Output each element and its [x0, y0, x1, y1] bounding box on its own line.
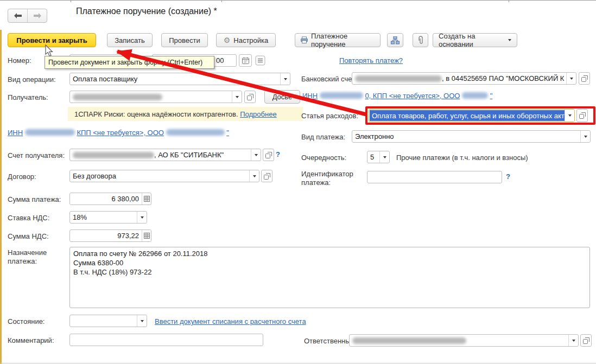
payee-open-button[interactable] [244, 91, 256, 103]
open-window-icon [247, 94, 253, 100]
vat-amount-input[interactable]: 973,22 [69, 229, 151, 242]
purpose-label-line2: платежа: [8, 257, 47, 266]
purpose-label: Назначение платежа: [8, 248, 47, 266]
nav-history-group [8, 9, 47, 23]
spark-risks-banner: 1СПАРК Риски: оценка надёжности контраге… [68, 107, 303, 121]
comment-input[interactable] [69, 334, 263, 346]
triangle-down-icon [236, 96, 239, 98]
payment-id-help[interactable]: ? [506, 173, 510, 181]
attachments-button[interactable] [413, 33, 428, 47]
responsible-combo[interactable] [349, 334, 579, 347]
vat-amount-value: 973,22 [117, 232, 139, 240]
enter-writeoff-link[interactable]: Ввести документ списания с расчетного сч… [155, 317, 306, 325]
write-button[interactable]: Записать [107, 33, 153, 47]
expense-item-label: Статья расходов: [301, 112, 358, 120]
triangle-down-icon [383, 156, 386, 158]
contract-combo[interactable]: Без договора [69, 170, 259, 182]
tab-separator [509, 0, 509, 2]
forward-button[interactable] [28, 9, 47, 22]
payee-account-open-button[interactable] [263, 149, 274, 161]
payee-combo[interactable] [69, 91, 242, 103]
repeat-payment-link[interactable]: Повторять платеж? [339, 56, 403, 65]
priority-dropdown-button[interactable] [379, 151, 389, 163]
post-and-close-label: Провести и закрыть [16, 36, 87, 44]
triangle-down-icon [568, 114, 572, 117]
payee-dropdown-button[interactable] [232, 91, 242, 103]
bank-account-dropdown-button[interactable] [566, 73, 576, 84]
payment-kind-combo[interactable]: Электронно [352, 130, 591, 143]
expense-item-combo[interactable]: Оплата товаров, работ, услуг, сырья и ин… [369, 109, 575, 122]
report-structure-button[interactable] [387, 33, 403, 47]
payee-value-redacted [73, 94, 162, 100]
arrow-right-icon [34, 13, 41, 18]
bank-account-visible: , в 044525659 ПАО "МОСКОВСКИЙ К [442, 74, 564, 82]
priority-label: Очередность: [301, 154, 346, 162]
payment-amount-input[interactable]: 6 380,00 [69, 193, 151, 205]
payment-id-label-line2: платежа: [301, 178, 353, 187]
payment-id-input[interactable] [367, 171, 502, 183]
calculator-icon [144, 196, 150, 202]
triangle-down-icon [284, 78, 287, 80]
payment-amount-label: Сумма платежа: [8, 195, 61, 203]
spark-more-link[interactable]: Подробнее [240, 110, 276, 118]
state-label: Состояние: [8, 317, 45, 325]
payee-account-combo[interactable]: , АО КБ "СИТИБАНК" [69, 149, 261, 161]
priority-combo[interactable]: 5 [367, 151, 390, 163]
operation-kind-combo[interactable]: Оплата поставщику [69, 73, 290, 85]
responsible-open-button[interactable] [580, 334, 592, 347]
vat-rate-value: 18% [73, 213, 87, 221]
settings-button[interactable]: ⚙ Настройка [216, 33, 276, 47]
expense-item-open-button[interactable] [576, 109, 588, 122]
payment-amount-calculator-button[interactable] [142, 193, 151, 205]
operation-kind-dropdown-button[interactable] [280, 73, 290, 85]
expense-item-dropdown-button[interactable] [565, 110, 574, 122]
print-payment-order-button[interactable]: Платежное поручение [295, 33, 381, 47]
dossier-label: Досье [272, 93, 293, 101]
quote-text: " [490, 92, 493, 100]
gear-icon: ⚙ [224, 36, 231, 44]
inn-text: ИНН [8, 129, 23, 137]
date-picker-button[interactable] [239, 54, 252, 67]
state-dropdown-button[interactable] [137, 315, 147, 327]
bank-account-label: Банковский счет: [301, 75, 357, 83]
back-button[interactable] [8, 9, 28, 22]
settings-label: Настройка [233, 36, 268, 44]
payee-account-dropdown-button[interactable] [251, 149, 261, 161]
payee-account-redacted [73, 152, 154, 158]
triangle-down-icon [253, 175, 256, 177]
triangle-down-icon [584, 136, 587, 138]
open-window-icon [264, 173, 270, 180]
document-journal-button[interactable] [255, 55, 265, 67]
contract-open-button[interactable] [261, 170, 272, 182]
post-and-close-button[interactable]: Провести и закрыть [8, 33, 96, 47]
payee-account-help[interactable]: ? [276, 150, 280, 158]
triangle-down-icon [572, 340, 575, 342]
print-payment-order-label: Платежное поручение [311, 32, 375, 48]
payee-account-label: Счет получателя: [8, 151, 65, 159]
vat-rate-combo[interactable]: 18% [69, 211, 147, 223]
triangle-down-icon [141, 216, 144, 219]
org-inn-link[interactable]: ИНН 0, КПП <не требуется>, ООО " [302, 92, 492, 100]
operation-kind-label: Вид операции: [8, 75, 56, 84]
form-left-accent-border [0, 30, 2, 364]
dossier-button[interactable]: Досье [264, 90, 300, 104]
bank-account-combo[interactable]: , в 044525659 ПАО "МОСКОВСКИЙ К [352, 72, 576, 85]
state-combo[interactable] [69, 315, 147, 327]
tab-separator [221, 0, 222, 2]
vat-amount-calculator-button[interactable] [142, 230, 151, 241]
payment-kind-dropdown-button[interactable] [580, 131, 590, 142]
payment-id-label: Идентификатор платежа: [301, 170, 353, 187]
responsible-dropdown-button[interactable] [568, 335, 578, 346]
chevron-down-icon [508, 39, 511, 41]
kpp-text: КПП <не требуется>, ООО [77, 129, 164, 137]
payee-inn-link[interactable]: ИНН КПП <не требуется>, ООО " [8, 129, 229, 137]
kpp-text: 0, КПП <не требуется>, ООО [365, 92, 460, 100]
vat-rate-dropdown-button[interactable] [137, 212, 147, 223]
inn-redacted [25, 129, 75, 136]
post-button[interactable]: Провести [161, 33, 208, 47]
purpose-textarea[interactable]: Оплата по счету № 262966 от 20.11.2018 С… [69, 247, 590, 308]
contract-dropdown-button[interactable] [249, 170, 259, 182]
bank-account-open-button[interactable] [579, 72, 590, 85]
create-on-basis-button[interactable]: Создать на основании [433, 33, 517, 47]
payee-account-visible: , АО КБ "СИТИБАНК" [154, 151, 224, 159]
